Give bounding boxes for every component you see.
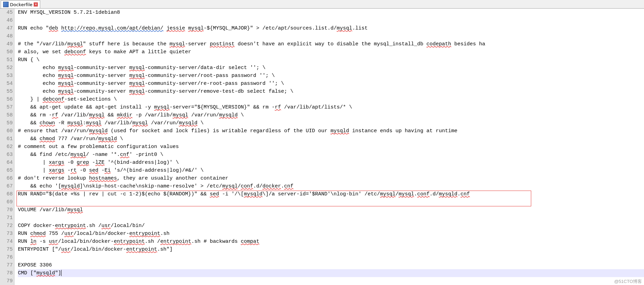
code-line[interactable]: ENTRYPOINT ["/usr/local/bin/docker-entry… xyxy=(18,246,644,253)
code-line[interactable]: } | debconf-set-selections \ xyxy=(18,95,644,103)
code-line[interactable]: RUN { \ xyxy=(18,56,644,64)
code-line[interactable]: # also, we set debconf keys to make APT … xyxy=(18,48,644,56)
code-line[interactable]: ENV MYSQL_VERSION 5.7.21-1debian8 xyxy=(18,9,644,16)
line-number: 52 xyxy=(0,64,13,72)
line-number: 50 xyxy=(0,48,13,56)
line-number: 49 xyxy=(0,40,13,48)
code-line[interactable]: CMD ["mysqld"] xyxy=(18,269,644,277)
code-area[interactable]: ENV MYSQL_VERSION 5.7.21-1debian8RUN ech… xyxy=(14,9,644,285)
line-number: 46 xyxy=(0,16,13,24)
line-number: 64 xyxy=(0,159,13,167)
code-line[interactable]: RUN echo "deb http://repo.mysql.com/apt/… xyxy=(18,24,644,32)
line-number: 79 xyxy=(0,277,13,285)
code-line[interactable] xyxy=(18,253,644,261)
line-number: 45 xyxy=(0,9,13,16)
line-number: 74 xyxy=(0,238,13,246)
line-number: 72 xyxy=(0,222,13,230)
code-line[interactable]: | xargs -0 grep -lZE '^(bind-address|log… xyxy=(18,159,644,167)
code-line[interactable]: RUN chmod 755 /usr/local/bin/docker-entr… xyxy=(18,230,644,238)
line-number: 57 xyxy=(0,103,13,111)
line-number: 54 xyxy=(0,80,13,88)
code-line[interactable]: && chmod 777 /var/run/mysqld \ xyxy=(18,135,644,143)
code-line[interactable] xyxy=(18,16,644,24)
code-line[interactable]: && find /etc/mysql/ -name '*.cnf' -print… xyxy=(18,151,644,159)
code-line[interactable]: && echo '[mysqld]\nskip-host-cache\nskip… xyxy=(18,182,644,190)
text-cursor xyxy=(61,270,62,276)
line-number: 48 xyxy=(0,32,13,40)
line-number: 66 xyxy=(0,174,13,182)
line-number-gutter: 4546474849505152535455565758596061626364… xyxy=(0,9,14,285)
line-number: 78 xyxy=(0,269,13,277)
line-number: 76 xyxy=(0,253,13,261)
line-number: 60 xyxy=(0,127,13,135)
code-line[interactable] xyxy=(18,214,644,222)
line-number: 73 xyxy=(0,230,13,238)
line-number: 59 xyxy=(0,119,13,127)
code-line[interactable]: && rm -rf /var/lib/mysql && mkdir -p /va… xyxy=(18,111,644,119)
code-line[interactable]: RUN ln -s usr/local/bin/docker-entrypoin… xyxy=(18,238,644,246)
tab-bar: Dockerfile xyxy=(0,0,644,9)
line-number: 51 xyxy=(0,56,13,64)
code-line[interactable]: echo mysql-community-server mysql-commun… xyxy=(18,80,644,88)
line-number: 71 xyxy=(0,214,13,222)
line-number: 58 xyxy=(0,111,13,119)
code-line[interactable] xyxy=(18,32,644,40)
line-number: 47 xyxy=(0,24,13,32)
code-line[interactable]: echo mysql-community-server mysql-commun… xyxy=(18,88,644,95)
code-line[interactable]: | xargs -rt -0 sed -Ei 's/^(bind-address… xyxy=(18,167,644,174)
code-line[interactable]: && apt-get update && apt-get install -y … xyxy=(18,103,644,111)
line-number: 68 xyxy=(0,190,13,198)
code-line[interactable]: # the "/var/lib/mysql" stuff here is bec… xyxy=(18,40,644,48)
code-line[interactable]: echo mysql-community-server mysql-commun… xyxy=(18,64,644,72)
code-line[interactable]: echo mysql-community-server mysql-commun… xyxy=(18,72,644,80)
line-number: 77 xyxy=(0,261,13,269)
code-editor[interactable]: 4546474849505152535455565758596061626364… xyxy=(0,9,644,285)
code-line[interactable]: && chown -R mysql:mysql /var/lib/mysql /… xyxy=(18,119,644,127)
line-number: 69 xyxy=(0,198,13,206)
line-number: 55 xyxy=(0,88,13,95)
line-number: 53 xyxy=(0,72,13,80)
tab-filename: Dockerfile xyxy=(10,2,32,7)
line-number: 67 xyxy=(0,182,13,190)
code-line[interactable]: COPY docker-entrypoint.sh /usr/local/bin… xyxy=(18,222,644,230)
line-number: 70 xyxy=(0,206,13,214)
close-icon[interactable] xyxy=(34,2,38,7)
line-number: 63 xyxy=(0,151,13,159)
line-number: 75 xyxy=(0,246,13,253)
file-tab[interactable]: Dockerfile xyxy=(1,0,40,8)
code-line[interactable]: # comment out a few problematic configur… xyxy=(18,143,644,151)
code-line[interactable]: # ensure that /var/run/mysqld (used for … xyxy=(18,127,644,135)
watermark: @51CTO博客 xyxy=(614,278,642,285)
highlight-box xyxy=(17,191,531,206)
line-number: 65 xyxy=(0,167,13,174)
line-number: 56 xyxy=(0,95,13,103)
code-line[interactable]: # don't reverse lookup hostnames, they a… xyxy=(18,174,644,182)
code-line[interactable] xyxy=(18,277,644,285)
code-line[interactable]: EXPOSE 3306 xyxy=(18,261,644,269)
disk-icon xyxy=(3,2,9,7)
line-number: 61 xyxy=(0,135,13,143)
line-number: 62 xyxy=(0,143,13,151)
code-line[interactable]: VOLUME /var/lib/mysql xyxy=(18,206,644,214)
